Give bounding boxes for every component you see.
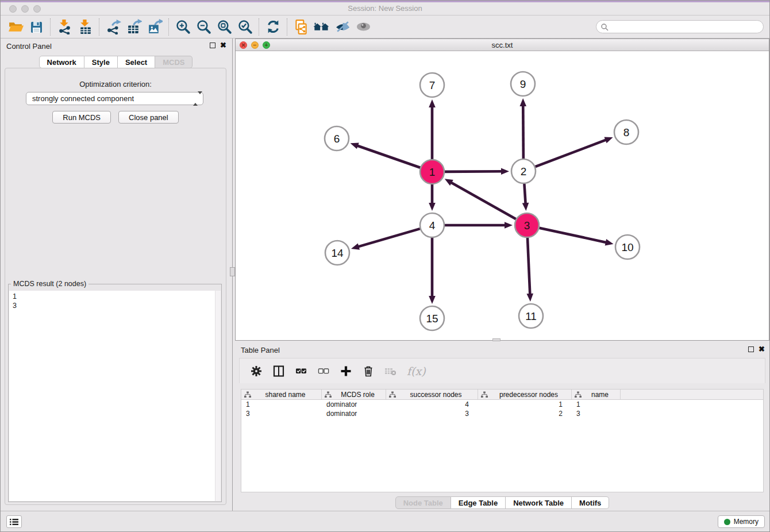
tab-motifs[interactable]: Motifs <box>572 496 609 509</box>
dropdown-stepper-icon <box>193 94 199 103</box>
show-details-button[interactable] <box>353 17 374 37</box>
network-window-titlebar[interactable]: ✕ − + scc.txt <box>236 39 769 51</box>
save-session-button[interactable] <box>26 17 47 37</box>
svg-text:3: 3 <box>524 219 530 232</box>
tab-edge-table[interactable]: Edge Table <box>451 496 506 509</box>
edge-arrowhead <box>605 239 614 245</box>
edge-2-8[interactable] <box>536 140 607 167</box>
export-image-icon <box>147 19 163 34</box>
table-cell: 3 <box>572 409 621 418</box>
edge-arrowhead <box>604 137 613 143</box>
result-scrollbar[interactable] <box>215 291 221 501</box>
tab-network[interactable]: Network <box>39 56 84 68</box>
close-panel-icon[interactable]: ✖ <box>220 43 226 48</box>
graph-node-11[interactable]: 11 <box>519 304 543 328</box>
zoom-selected-button[interactable] <box>234 17 255 37</box>
edge-1-6[interactable] <box>357 145 420 168</box>
table-row[interactable]: 1dominator411 <box>241 400 763 409</box>
edge-3-10[interactable] <box>539 228 606 242</box>
column-header-predecessor-nodes[interactable]: predecessor nodes <box>478 390 572 399</box>
close-table-panel-icon[interactable]: ✖ <box>759 346 765 352</box>
edge-2-9[interactable] <box>523 105 523 159</box>
mcds-result-area[interactable]: 1 3 <box>9 291 221 501</box>
memory-button[interactable]: Memory <box>718 515 765 528</box>
export-table-icon <box>126 19 142 34</box>
tab-select[interactable]: Select <box>118 56 155 68</box>
window-title: Session: New Session <box>1 4 769 13</box>
select-all-button[interactable] <box>295 365 307 377</box>
node-table[interactable]: shared nameMCDS rolesuccessor nodesprede… <box>241 389 764 492</box>
unselect-all-button[interactable] <box>317 365 330 377</box>
edge-3-1[interactable] <box>451 182 516 219</box>
copy-network-button[interactable] <box>291 17 311 37</box>
hide-details-button[interactable] <box>332 17 353 37</box>
table-row[interactable]: 3dominator323 <box>241 409 763 418</box>
edge-2-3[interactable] <box>524 184 525 204</box>
memory-label: Memory <box>734 518 759 526</box>
graph-node-4[interactable]: 4 <box>420 213 444 237</box>
zoom-out-button[interactable] <box>193 17 214 37</box>
task-history-button[interactable] <box>6 515 22 528</box>
svg-text:7: 7 <box>429 79 436 91</box>
edge-1-2[interactable] <box>445 171 502 172</box>
close-panel-button[interactable]: Close panel <box>118 111 179 124</box>
table-settings-button[interactable] <box>250 365 263 377</box>
svg-text:9: 9 <box>520 78 526 90</box>
export-image-button[interactable] <box>144 17 165 37</box>
edge-3-11[interactable] <box>528 238 530 295</box>
table-cell: 1 <box>241 400 322 409</box>
vertical-splitter-grip[interactable] <box>230 267 235 276</box>
graph-node-3[interactable]: 3 <box>515 213 539 237</box>
graph-node-14[interactable]: 14 <box>325 241 349 265</box>
run-mcds-button[interactable]: Run MCDS <box>52 111 111 124</box>
svg-text:15: 15 <box>426 313 438 325</box>
import-table-button[interactable] <box>75 17 95 37</box>
graph-node-9[interactable]: 9 <box>511 72 535 96</box>
horizontal-splitter-grip[interactable] <box>492 338 500 341</box>
column-header-name[interactable]: name <box>572 390 621 399</box>
tab-mcds[interactable]: MCDS <box>155 56 192 68</box>
column-header-shared-name[interactable]: shared name <box>241 390 322 399</box>
delete-column-button[interactable] <box>362 365 375 377</box>
export-table-button[interactable] <box>124 17 144 37</box>
search-box[interactable] <box>596 20 764 33</box>
graph-node-1[interactable]: 1 <box>420 160 444 184</box>
table-cell: 4 <box>386 400 478 409</box>
edge-4-14[interactable] <box>358 229 420 247</box>
control-panel-tabs: NetworkStyleSelectMCDS <box>1 56 231 68</box>
float-table-panel-icon[interactable] <box>748 346 754 352</box>
import-network-button[interactable] <box>54 17 75 37</box>
apply-layout-button[interactable] <box>263 17 283 37</box>
fx-icon: f(x) <box>407 365 426 377</box>
graph-node-6[interactable]: 6 <box>325 126 349 151</box>
column-header-MCDS-role[interactable]: MCDS role <box>322 390 386 399</box>
tab-style[interactable]: Style <box>84 56 118 68</box>
control-panel-header: Control Panel ✖ <box>1 38 231 53</box>
graph-node-10[interactable]: 10 <box>615 235 640 259</box>
network-canvas[interactable]: 7968124314101511 <box>236 52 769 340</box>
edge-arrowhead <box>429 203 436 211</box>
graph-node-15[interactable]: 15 <box>420 306 444 330</box>
open-session-button[interactable] <box>5 17 26 37</box>
column-header-successor-nodes[interactable]: successor nodes <box>386 390 478 399</box>
graph-node-8[interactable]: 8 <box>614 120 638 144</box>
zoom-in-button[interactable] <box>172 17 193 37</box>
graph-node-7[interactable]: 7 <box>420 73 444 97</box>
graph-node-2[interactable]: 2 <box>511 159 536 183</box>
zoom-fit-button[interactable] <box>214 17 234 37</box>
eye-icon <box>355 19 372 34</box>
edge-arrowhead <box>522 203 529 211</box>
checked-boxes-icon <box>295 365 307 377</box>
float-panel-icon[interactable] <box>210 43 215 48</box>
export-network-button[interactable] <box>103 17 124 37</box>
criterion-dropdown[interactable]: strongly connected component <box>26 92 203 105</box>
network-home-button[interactable] <box>311 17 332 37</box>
search-input[interactable] <box>609 22 763 32</box>
table-cell: 1 <box>572 400 621 409</box>
create-column-button[interactable] <box>340 365 352 377</box>
tab-network-table[interactable]: Network Table <box>506 496 572 509</box>
tab-node-table[interactable]: Node Table <box>395 496 451 509</box>
show-column-button[interactable] <box>272 365 285 377</box>
network-graph[interactable]: 7968124314101511 <box>236 52 770 341</box>
titlebar: Session: New Session <box>1 1 769 16</box>
